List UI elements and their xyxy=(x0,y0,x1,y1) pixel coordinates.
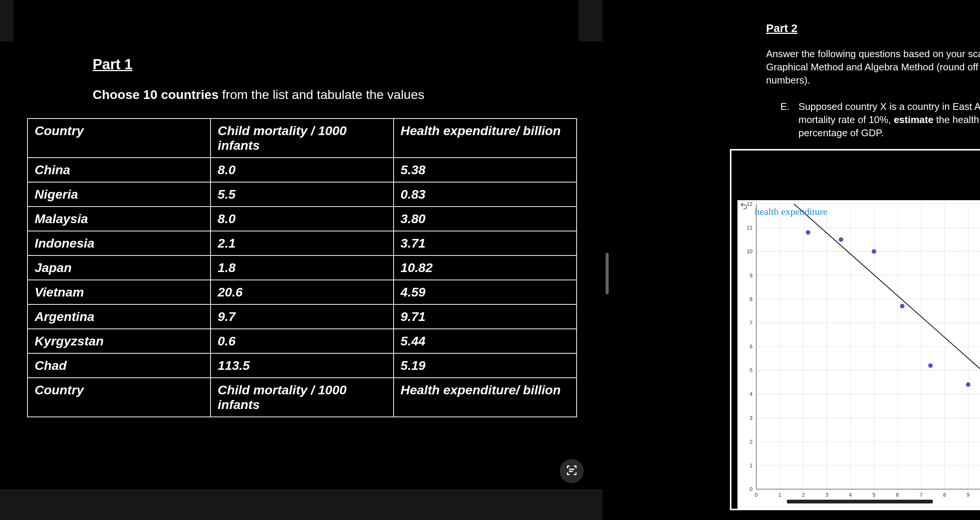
svg-point-67 xyxy=(872,249,877,254)
svg-text:8: 8 xyxy=(943,492,946,498)
cell-mortality: 0.6 xyxy=(210,329,394,353)
svg-text:1: 1 xyxy=(778,492,781,498)
svg-text:7: 7 xyxy=(920,492,923,498)
svg-text:1: 1 xyxy=(749,463,752,468)
part1-prompt-rest: from the list and tabulate the values xyxy=(218,87,424,101)
undo-icon[interactable] xyxy=(740,202,748,210)
cell-country: Vietnam xyxy=(27,280,210,304)
graph-frame: 0123456789101112131415161234567891011120 xyxy=(730,149,980,510)
country-table: Country Child mortality / 1000 infants H… xyxy=(27,118,577,417)
question-text-bold: estimate xyxy=(894,114,934,125)
cell-country: Nigeria xyxy=(27,182,210,206)
svg-text:11: 11 xyxy=(746,225,752,231)
cell-expenditure: 10.82 xyxy=(394,255,577,280)
cell-country: Argentina xyxy=(27,304,210,329)
cell-expenditure: 4.59 xyxy=(394,280,577,304)
table-row: Japan1.810.82 xyxy=(27,255,577,280)
svg-text:5: 5 xyxy=(873,492,876,498)
table-footer-row: Country Child mortality / 1000 infants H… xyxy=(27,378,577,417)
svg-text:4: 4 xyxy=(749,391,752,397)
cell-country: Chad xyxy=(27,353,210,378)
footer-expenditure: Health expenditure/ billion xyxy=(394,378,577,417)
cell-country: Malaysia xyxy=(27,206,210,231)
cell-expenditure: 5.38 xyxy=(394,158,577,182)
cell-mortality: 1.8 xyxy=(210,255,394,280)
scan-button[interactable] xyxy=(560,459,584,483)
cell-expenditure: 9.71 xyxy=(394,304,577,329)
svg-text:9: 9 xyxy=(749,273,752,279)
table-row: Nigeria5.50.83 xyxy=(27,182,577,206)
svg-text:3: 3 xyxy=(749,415,752,421)
svg-point-69 xyxy=(928,363,933,368)
part1-heading: Part 1 xyxy=(93,56,132,73)
table-row: Kyrgyzstan0.65.44 xyxy=(27,329,577,353)
cell-expenditure: 0.83 xyxy=(394,182,577,206)
table-row: Chad113.55.19 xyxy=(27,353,577,378)
svg-text:3: 3 xyxy=(826,492,829,498)
cell-country: Indonesia xyxy=(27,231,210,255)
part1-prompt: Choose 10 countries from the list and ta… xyxy=(93,87,425,102)
cell-expenditure: 3.80 xyxy=(394,206,577,231)
svg-text:2: 2 xyxy=(749,439,752,445)
svg-text:8: 8 xyxy=(749,296,752,302)
col-country: Country xyxy=(27,119,210,158)
part2-question-e: E. Supposed country X is a country in Ea… xyxy=(781,100,980,140)
cell-mortality: 20.6 xyxy=(210,280,394,304)
cell-country: Kyrgyzstan xyxy=(27,329,210,353)
col-mortality: Child mortality / 1000 infants xyxy=(210,119,394,158)
cell-mortality: 9.7 xyxy=(210,304,394,329)
table-row: Argentina9.79.71 xyxy=(27,304,577,329)
part2-panel: Part 2 Answer the following questions ba… xyxy=(610,0,980,520)
svg-point-66 xyxy=(839,238,843,242)
part1-panel: Part 1 Choose 10 countries from the list… xyxy=(0,0,603,520)
svg-point-65 xyxy=(806,230,810,235)
part1-document: Part 1 Choose 10 countries from the list… xyxy=(14,0,579,490)
svg-point-70 xyxy=(966,382,970,387)
svg-text:6: 6 xyxy=(896,492,899,498)
svg-text:0: 0 xyxy=(749,486,752,492)
table-row: Vietnam20.64.59 xyxy=(27,280,577,304)
svg-text:7: 7 xyxy=(749,320,752,326)
scrollbar-thumb[interactable] xyxy=(606,253,609,294)
cell-mortality: 2.1 xyxy=(210,231,394,255)
hand-label-y: health expenditure xyxy=(755,206,827,217)
table-header-row: Country Child mortality / 1000 infants H… xyxy=(27,119,577,158)
table-row: China8.05.38 xyxy=(27,158,577,182)
svg-text:5: 5 xyxy=(749,367,752,373)
cell-mortality: 8.0 xyxy=(210,158,394,182)
cell-expenditure: 5.44 xyxy=(394,329,577,353)
svg-point-68 xyxy=(900,304,905,309)
col-expenditure: Health expenditure/ billion xyxy=(394,119,577,158)
table-row: Malaysia8.03.80 xyxy=(27,206,577,231)
question-marker: E. xyxy=(780,100,790,113)
footer-country: Country xyxy=(27,378,210,417)
scan-icon xyxy=(565,464,578,478)
svg-text:2: 2 xyxy=(802,492,805,498)
part2-body-text: Answer the following questions based on … xyxy=(766,48,980,87)
part1-prompt-bold: Choose 10 countries xyxy=(93,87,218,101)
cell-mortality: 113.5 xyxy=(210,353,394,378)
scatter-plot[interactable]: 0123456789101112131415161234567891011120 xyxy=(737,200,980,509)
footer-mortality: Child mortality / 1000 infants xyxy=(210,378,394,417)
svg-text:10: 10 xyxy=(746,248,752,254)
table-row: Indonesia2.13.71 xyxy=(27,231,577,255)
cell-mortality: 5.5 xyxy=(210,182,394,206)
part2-heading: Part 2 xyxy=(766,22,797,35)
svg-text:9: 9 xyxy=(967,492,970,498)
svg-text:4: 4 xyxy=(849,492,852,498)
chart-scrollbar-thumb xyxy=(787,500,933,503)
cell-mortality: 8.0 xyxy=(210,206,394,231)
svg-text:6: 6 xyxy=(749,344,752,350)
cell-country: China xyxy=(27,158,210,182)
viewer-bottom-bar xyxy=(0,489,603,520)
cell-expenditure: 5.19 xyxy=(394,353,577,378)
cell-country: Japan xyxy=(27,255,210,280)
cell-expenditure: 3.71 xyxy=(394,231,577,255)
svg-text:0: 0 xyxy=(755,492,758,498)
